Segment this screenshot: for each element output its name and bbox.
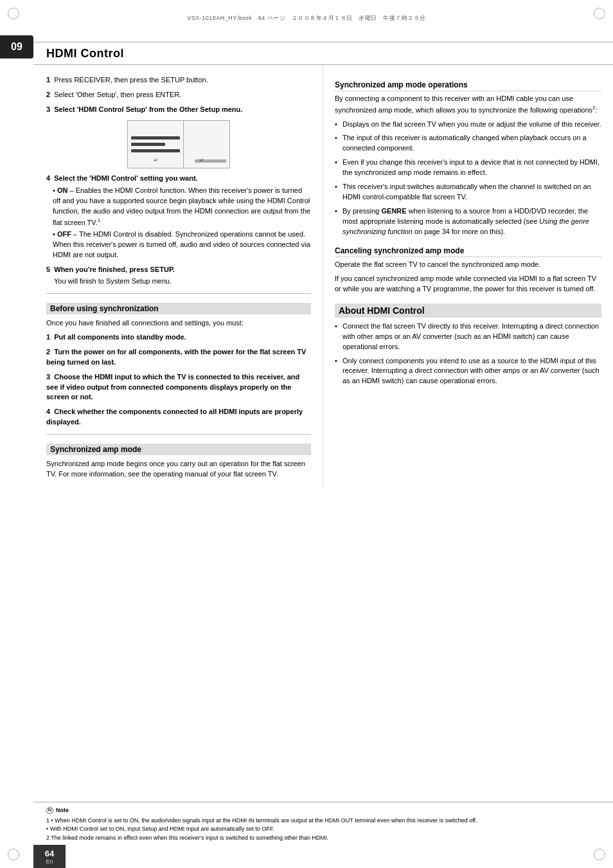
arrow-right: ↵ xyxy=(199,156,204,165)
step-4-text: Select the 'HDMI Control' setting you wa… xyxy=(54,174,197,182)
before-sync-step-2-text: Turn the power on for all components, wi… xyxy=(46,348,306,366)
sync-ops-item-3: Even if you change this receiver's input… xyxy=(335,158,601,178)
en-label: En xyxy=(46,858,53,865)
sync-ops-item-4: This receiver's input switches automatic… xyxy=(335,182,601,203)
divider-1 xyxy=(46,293,311,294)
screen-line-3 xyxy=(131,149,180,152)
chapter-tab: 09 xyxy=(0,35,33,59)
step-5-subtext: You will finish to System Setup menu. xyxy=(46,276,311,287)
right-column: Synchronized amp mode operations By conn… xyxy=(323,65,613,489)
step-1: 1 Press RECEIVER, then press the SETUP b… xyxy=(46,75,311,86)
step-4-on: ON – Enables the HDMI Control function. … xyxy=(53,186,311,228)
main-content: HDMI Control 1 Press RECEIVER, then pres… xyxy=(33,35,613,868)
arrow-left: ↵ xyxy=(154,156,159,165)
sync-amp-intro: Synchronized amp mode begins once you ca… xyxy=(46,459,311,480)
step-2: 2 Select 'Other Setup', then press ENTER… xyxy=(46,90,311,100)
sync-ops-title: Synchronized amp mode operations xyxy=(335,80,601,91)
step-3: 3 Select 'HDMI Control Setup' from the O… xyxy=(46,105,311,168)
page-number: 64 xyxy=(45,849,54,858)
note-label: Note xyxy=(56,806,69,815)
page-number-bar: 64 En xyxy=(33,845,66,868)
step-1-text: Press RECEIVER, then press the SETUP but… xyxy=(54,76,208,84)
sync-ops-list: Displays on the flat screen TV when you … xyxy=(335,120,601,237)
screen-line-2 xyxy=(131,143,165,146)
note-item-1: 1 • When HDMI Control is set to ON, the … xyxy=(46,817,600,826)
step-3-text: Select 'HDMI Control Setup' from the Oth… xyxy=(54,105,242,113)
before-sync-intro: Once you have finished all connections a… xyxy=(46,318,311,329)
divider-2 xyxy=(46,434,311,435)
before-sync-step-1-text: Put all components into standby mode. xyxy=(54,333,186,341)
corner-mark-bl xyxy=(8,849,19,860)
about-hdmi-item-2: Only connect components you intend to us… xyxy=(335,356,601,387)
note-item-2: • With HDMI Control set to ON, Input Set… xyxy=(46,825,600,834)
file-info-bar: VSX-1018AH_HY.book 64 ページ ２００８年４月１６日 水曜日… xyxy=(187,14,425,23)
about-hdmi-item-1: Connect the flat screen TV directly to t… xyxy=(335,321,601,352)
step-4-num: 4 xyxy=(46,174,50,182)
note-item-3: 2 The linked mode remains in effect even… xyxy=(46,834,600,843)
page-title: HDMI Control xyxy=(46,47,124,60)
sync-ops-item-5: By pressing GENRE when listening to a so… xyxy=(335,206,601,237)
screen-arrows: ↵ ↵ xyxy=(128,155,229,166)
sync-ops-intro: By connecting a component to this receiv… xyxy=(335,94,601,116)
left-column: 1 Press RECEIVER, then press the SETUP b… xyxy=(33,65,323,489)
cancel-sync-text2: If you cancel synchronized amp mode whil… xyxy=(335,274,601,294)
note-section: N Note 1 • When HDMI Control is set to O… xyxy=(33,802,613,845)
before-sync-step-2: 2 Turn the power on for all components, … xyxy=(46,347,311,368)
sync-amp-title: Synchronized amp mode xyxy=(46,444,311,455)
step-1-num: 1 xyxy=(46,76,50,84)
two-column-layout: 1 Press RECEIVER, then press the SETUP b… xyxy=(33,65,613,489)
note-title-bar: N Note xyxy=(46,806,600,815)
before-sync-title: Before using synchronization xyxy=(46,303,311,314)
about-hdmi-list: Connect the flat screen TV directly to t… xyxy=(335,321,601,387)
screen-mockup: ↵ ↵ xyxy=(127,120,230,168)
step-2-num: 2 xyxy=(46,91,50,98)
step-3-num: 3 xyxy=(46,105,50,113)
note-icon: N xyxy=(46,807,53,814)
step-5-num: 5 xyxy=(46,266,50,273)
before-sync-step-3: 3 Choose the HDMI input to which the TV … xyxy=(46,372,311,403)
sync-ops-item-2: The input of this receiver is automatica… xyxy=(335,133,601,154)
about-hdmi-box: About HDMI Control xyxy=(335,303,601,318)
corner-mark-tl xyxy=(8,8,19,19)
before-sync-step-1: 1 Put all components into standby mode. xyxy=(46,332,311,343)
step-5: 5 When you're finished, press SETUP. You… xyxy=(46,265,311,287)
section-title-bar: HDMI Control xyxy=(33,42,613,65)
cancel-sync-text1: Operate the flat screen TV to cancel the… xyxy=(335,260,601,270)
about-hdmi-title: About HDMI Control xyxy=(339,305,425,316)
step-4: 4 Select the 'HDMI Control' setting you … xyxy=(46,174,311,260)
screen-line-1 xyxy=(131,136,180,140)
before-sync-step-4-text: Check whether the components connected t… xyxy=(46,408,303,426)
before-sync-step-4: 4 Check whether the components connected… xyxy=(46,407,311,428)
step-2-text: Select 'Other Setup', then press ENTER. xyxy=(54,91,181,98)
before-sync-step-3-text: Choose the HDMI input to which the TV is… xyxy=(46,373,299,401)
step-5-text: When you're finished, press SETUP. xyxy=(54,266,175,273)
sync-ops-item-1: Displays on the flat screen TV when you … xyxy=(335,120,601,130)
corner-mark-tr xyxy=(594,8,605,19)
step-4-off: OFF – The HDMI Control is disabled. Sync… xyxy=(53,230,311,260)
cancel-sync-title: Canceling synchronized amp mode xyxy=(335,246,601,257)
